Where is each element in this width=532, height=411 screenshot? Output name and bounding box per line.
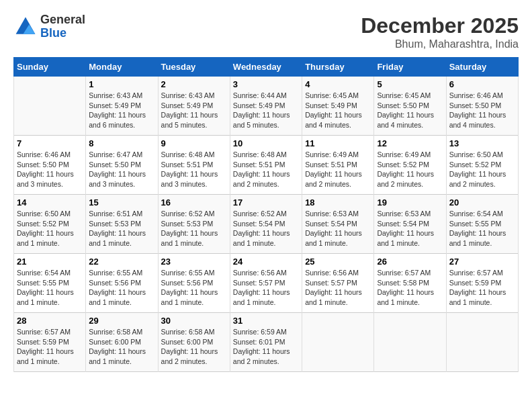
calendar-cell: 4Sunrise: 6:45 AM Sunset: 5:49 PM Daylig… [302, 77, 374, 136]
day-info: Sunrise: 6:58 AM Sunset: 6:00 PM Dayligh… [161, 327, 227, 367]
calendar-cell: 10Sunrise: 6:48 AM Sunset: 5:51 PM Dayli… [230, 136, 302, 195]
day-number: 27 [449, 257, 515, 267]
day-header-tuesday: Tuesday [158, 58, 230, 77]
day-number: 25 [305, 257, 371, 267]
calendar-cell: 14Sunrise: 6:50 AM Sunset: 5:52 PM Dayli… [14, 195, 86, 254]
calendar-header-row: SundayMondayTuesdayWednesdayThursdayFrid… [14, 58, 519, 77]
calendar-cell: 6Sunrise: 6:46 AM Sunset: 5:50 PM Daylig… [446, 77, 518, 136]
calendar-week-2: 7Sunrise: 6:46 AM Sunset: 5:50 PM Daylig… [14, 136, 519, 195]
calendar-cell: 18Sunrise: 6:53 AM Sunset: 5:54 PM Dayli… [302, 195, 374, 254]
day-number: 4 [305, 79, 371, 89]
calendar-cell: 20Sunrise: 6:54 AM Sunset: 5:55 PM Dayli… [446, 195, 518, 254]
day-number: 18 [305, 197, 371, 208]
calendar-cell: 27Sunrise: 6:57 AM Sunset: 5:59 PM Dayli… [446, 254, 518, 313]
calendar-cell: 26Sunrise: 6:57 AM Sunset: 5:58 PM Dayli… [374, 254, 446, 313]
logo-line2: Blue [40, 27, 85, 40]
day-info: Sunrise: 6:55 AM Sunset: 5:56 PM Dayligh… [161, 268, 227, 308]
calendar-cell: 21Sunrise: 6:54 AM Sunset: 5:55 PM Dayli… [14, 254, 86, 313]
day-info: Sunrise: 6:59 AM Sunset: 6:01 PM Dayligh… [233, 327, 299, 367]
day-number: 6 [449, 79, 515, 89]
calendar-cell: 19Sunrise: 6:53 AM Sunset: 5:54 PM Dayli… [374, 195, 446, 254]
calendar-cell: 5Sunrise: 6:45 AM Sunset: 5:50 PM Daylig… [374, 77, 446, 136]
day-info: Sunrise: 6:57 AM Sunset: 5:59 PM Dayligh… [17, 327, 83, 367]
title-block: December 2025 Bhum, Maharashtra, India [361, 13, 519, 50]
calendar-cell: 24Sunrise: 6:56 AM Sunset: 5:57 PM Dayli… [230, 254, 302, 313]
day-info: Sunrise: 6:49 AM Sunset: 5:52 PM Dayligh… [377, 150, 443, 189]
day-info: Sunrise: 6:53 AM Sunset: 5:54 PM Dayligh… [305, 209, 371, 248]
day-number: 9 [161, 138, 227, 148]
day-info: Sunrise: 6:53 AM Sunset: 5:54 PM Dayligh… [377, 209, 443, 248]
day-header-monday: Monday [86, 58, 158, 77]
day-info: Sunrise: 6:43 AM Sunset: 5:49 PM Dayligh… [161, 91, 227, 130]
calendar-week-3: 14Sunrise: 6:50 AM Sunset: 5:52 PM Dayli… [14, 195, 519, 254]
day-number: 30 [161, 316, 227, 326]
calendar-cell: 12Sunrise: 6:49 AM Sunset: 5:52 PM Dayli… [374, 136, 446, 195]
day-number: 7 [17, 138, 83, 148]
day-info: Sunrise: 6:54 AM Sunset: 5:55 PM Dayligh… [449, 209, 515, 248]
calendar-cell: 25Sunrise: 6:56 AM Sunset: 5:57 PM Dayli… [302, 254, 374, 313]
calendar-cell: 9Sunrise: 6:48 AM Sunset: 5:51 PM Daylig… [158, 136, 230, 195]
calendar-cell [446, 313, 518, 372]
page-header: General Blue December 2025 Bhum, Maharas… [13, 13, 519, 50]
logo-line1: General [40, 13, 85, 27]
day-info: Sunrise: 6:50 AM Sunset: 5:52 PM Dayligh… [17, 209, 83, 248]
day-number: 16 [161, 197, 227, 208]
calendar-cell: 7Sunrise: 6:46 AM Sunset: 5:50 PM Daylig… [14, 136, 86, 195]
day-info: Sunrise: 6:54 AM Sunset: 5:55 PM Dayligh… [17, 268, 83, 308]
day-number: 2 [161, 79, 227, 89]
day-number: 29 [89, 316, 154, 326]
day-number: 19 [377, 197, 443, 208]
calendar-cell: 28Sunrise: 6:57 AM Sunset: 5:59 PM Dayli… [14, 313, 86, 372]
day-header-wednesday: Wednesday [230, 58, 302, 77]
day-number: 12 [377, 138, 443, 148]
calendar-cell: 30Sunrise: 6:58 AM Sunset: 6:00 PM Dayli… [158, 313, 230, 372]
day-number: 22 [89, 257, 154, 267]
day-info: Sunrise: 6:49 AM Sunset: 5:51 PM Dayligh… [305, 150, 371, 189]
day-info: Sunrise: 6:46 AM Sunset: 5:50 PM Dayligh… [17, 150, 83, 189]
calendar-cell [302, 313, 374, 372]
day-info: Sunrise: 6:57 AM Sunset: 5:58 PM Dayligh… [377, 268, 443, 308]
day-info: Sunrise: 6:56 AM Sunset: 5:57 PM Dayligh… [233, 268, 299, 308]
day-info: Sunrise: 6:51 AM Sunset: 5:53 PM Dayligh… [89, 209, 154, 248]
day-info: Sunrise: 6:43 AM Sunset: 5:49 PM Dayligh… [89, 91, 154, 130]
calendar-cell: 11Sunrise: 6:49 AM Sunset: 5:51 PM Dayli… [302, 136, 374, 195]
calendar-cell: 31Sunrise: 6:59 AM Sunset: 6:01 PM Dayli… [230, 313, 302, 372]
day-number: 24 [233, 257, 299, 267]
day-number: 1 [89, 79, 154, 89]
day-info: Sunrise: 6:52 AM Sunset: 5:54 PM Dayligh… [233, 209, 299, 248]
calendar-week-4: 21Sunrise: 6:54 AM Sunset: 5:55 PM Dayli… [14, 254, 519, 313]
calendar-cell: 22Sunrise: 6:55 AM Sunset: 5:56 PM Dayli… [86, 254, 158, 313]
day-number: 20 [449, 197, 515, 208]
calendar-cell: 29Sunrise: 6:58 AM Sunset: 6:00 PM Dayli… [86, 313, 158, 372]
day-info: Sunrise: 6:45 AM Sunset: 5:49 PM Dayligh… [305, 91, 371, 130]
calendar-cell: 8Sunrise: 6:47 AM Sunset: 5:50 PM Daylig… [86, 136, 158, 195]
day-info: Sunrise: 6:48 AM Sunset: 5:51 PM Dayligh… [161, 150, 227, 189]
calendar-cell: 13Sunrise: 6:50 AM Sunset: 5:52 PM Dayli… [446, 136, 518, 195]
day-number: 31 [233, 316, 299, 326]
day-header-thursday: Thursday [302, 58, 374, 77]
logo-icon [13, 15, 38, 39]
calendar-cell: 3Sunrise: 6:44 AM Sunset: 5:49 PM Daylig… [230, 77, 302, 136]
logo: General Blue [13, 13, 85, 40]
calendar-week-1: 1Sunrise: 6:43 AM Sunset: 5:49 PM Daylig… [14, 77, 519, 136]
day-info: Sunrise: 6:48 AM Sunset: 5:51 PM Dayligh… [233, 150, 299, 189]
calendar-week-5: 28Sunrise: 6:57 AM Sunset: 5:59 PM Dayli… [14, 313, 519, 372]
calendar-cell: 1Sunrise: 6:43 AM Sunset: 5:49 PM Daylig… [86, 77, 158, 136]
day-number: 17 [233, 197, 299, 208]
day-info: Sunrise: 6:44 AM Sunset: 5:49 PM Dayligh… [233, 91, 299, 130]
day-number: 10 [233, 138, 299, 148]
day-number: 23 [161, 257, 227, 267]
day-header-saturday: Saturday [446, 58, 518, 77]
calendar-table: SundayMondayTuesdayWednesdayThursdayFrid… [13, 57, 519, 372]
calendar-cell: 15Sunrise: 6:51 AM Sunset: 5:53 PM Dayli… [86, 195, 158, 254]
day-number: 26 [377, 257, 443, 267]
day-number: 8 [89, 138, 154, 148]
month-title: December 2025 [361, 13, 519, 38]
day-number: 28 [17, 316, 83, 326]
day-info: Sunrise: 6:50 AM Sunset: 5:52 PM Dayligh… [449, 150, 515, 189]
calendar-cell: 2Sunrise: 6:43 AM Sunset: 5:49 PM Daylig… [158, 77, 230, 136]
day-info: Sunrise: 6:46 AM Sunset: 5:50 PM Dayligh… [449, 91, 515, 130]
day-number: 13 [449, 138, 515, 148]
day-info: Sunrise: 6:52 AM Sunset: 5:53 PM Dayligh… [161, 209, 227, 248]
day-info: Sunrise: 6:45 AM Sunset: 5:50 PM Dayligh… [377, 91, 443, 130]
